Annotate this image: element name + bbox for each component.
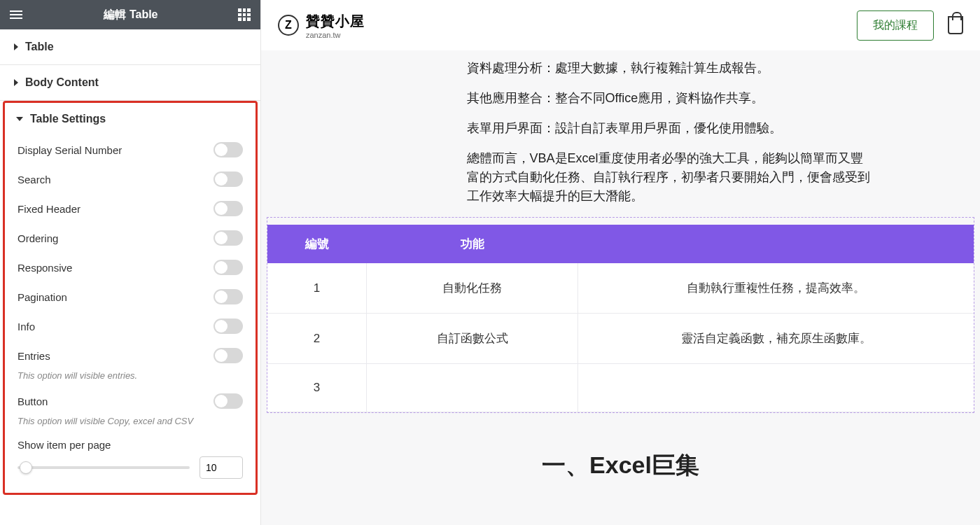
table-settings-panel: Table Settings Display Serial Number Sea…	[3, 101, 258, 495]
paragraph: 資料處理分析：處理大數據，執行複雜計算生成報告。	[355, 59, 887, 78]
setting-label: Show item per page	[18, 439, 243, 451]
caret-down-icon	[16, 117, 23, 121]
toggle-info[interactable]	[214, 318, 243, 334]
setting-label: Info	[18, 321, 35, 332]
table-widget[interactable]: 編號 功能 1 自動化任務 自動執行重複性任務，提高效率。 2 自訂函數公式 靈…	[267, 217, 974, 413]
setting-fixed-header: Fixed Header	[5, 194, 255, 223]
setting-button: Button	[5, 386, 255, 416]
toggle-pagination[interactable]	[214, 289, 243, 304]
toggle-search[interactable]	[214, 172, 243, 187]
cell-func: 自動化任務	[366, 263, 578, 314]
section-label: Table Settings	[30, 113, 106, 125]
setting-label: Button	[18, 396, 48, 407]
entries-help-text: This option will visible entries.	[5, 370, 255, 386]
brand-title: 贊贊小屋	[306, 12, 365, 31]
setting-label: Entries	[18, 350, 50, 362]
brand-logo-icon: Z	[278, 15, 299, 36]
table-row: 2 自訂函數公式 靈活自定義函數，補充原生函數庫。	[267, 314, 974, 364]
setting-label: Pagination	[18, 291, 67, 303]
setting-entries: Entries	[5, 341, 255, 370]
cell-desc: 自動執行重複性任務，提高效率。	[578, 263, 974, 314]
table-header-no: 編號	[267, 225, 366, 263]
per-page-slider[interactable]	[18, 466, 190, 469]
setting-label: Search	[18, 174, 51, 186]
table-header-func: 功能	[366, 225, 578, 263]
shopping-bag-icon[interactable]	[948, 16, 963, 34]
table-row: 1 自動化任務 自動執行重複性任務，提高效率。	[267, 263, 974, 314]
editor-sidebar: 編輯 Table Table Body Content Table Settin…	[0, 0, 261, 525]
cell-no: 2	[267, 314, 366, 364]
section-heading: 一、Excel巨集	[261, 449, 980, 482]
menu-icon[interactable]	[10, 8, 24, 22]
cell-desc	[578, 364, 974, 412]
setting-search: Search	[5, 164, 255, 194]
setting-info: Info	[5, 312, 255, 341]
cell-no: 1	[267, 263, 366, 314]
section-table[interactable]: Table	[0, 29, 260, 65]
article-body: 資料處理分析：處理大數據，執行複雜計算生成報告。 其他應用整合：整合不同Offi…	[261, 50, 980, 482]
per-page-input[interactable]	[200, 456, 243, 479]
section-table-settings[interactable]: Table Settings	[5, 103, 255, 135]
setting-label: Display Serial Number	[18, 144, 122, 156]
cell-func	[366, 364, 578, 412]
setting-display-serial: Display Serial Number	[5, 135, 255, 164]
setting-ordering: Ordering	[5, 223, 255, 253]
toggle-fixed-header[interactable]	[214, 201, 243, 216]
sidebar-title: 編輯 Table	[104, 8, 158, 22]
toggle-button[interactable]	[214, 393, 243, 409]
brand[interactable]: Z 贊贊小屋 zanzan.tw	[278, 12, 365, 39]
paragraph: 總體而言，VBA是Excel重度使用者必學的強大工具，能夠以簡單而又豐富的方式自…	[355, 149, 887, 206]
sidebar-header: 編輯 Table	[0, 0, 260, 29]
toggle-display-serial[interactable]	[214, 142, 243, 158]
cell-desc: 靈活自定義函數，補充原生函數庫。	[578, 314, 974, 364]
caret-right-icon	[14, 79, 18, 86]
toggle-responsive[interactable]	[214, 260, 243, 275]
preview-content: Z 贊贊小屋 zanzan.tw 我的課程 資料處理分析：處理大數據，執行複雜計…	[261, 0, 980, 525]
cell-func: 自訂函數公式	[366, 314, 578, 364]
slider-thumb[interactable]	[20, 461, 32, 474]
table-row: 3	[267, 364, 974, 412]
paragraph: 其他應用整合：整合不同Office應用，資料協作共享。	[355, 89, 887, 108]
setting-responsive: Responsive	[5, 253, 255, 282]
section-body-content[interactable]: Body Content	[0, 65, 260, 101]
caret-right-icon	[14, 43, 18, 50]
brand-subtitle: zanzan.tw	[306, 31, 365, 39]
toggle-entries[interactable]	[214, 348, 243, 363]
setting-pagination: Pagination	[5, 282, 255, 312]
my-courses-button[interactable]: 我的課程	[857, 10, 934, 41]
button-help-text: This option will visible Copy, excel and…	[5, 416, 255, 432]
paragraph: 表單用戶界面：設計自訂表單用戶界面，優化使用體驗。	[355, 119, 887, 138]
toggle-ordering[interactable]	[214, 230, 243, 246]
setting-label: Responsive	[18, 262, 72, 274]
grid-icon[interactable]	[238, 8, 251, 21]
table-header-desc	[578, 225, 974, 263]
site-topbar: Z 贊贊小屋 zanzan.tw 我的課程	[261, 0, 980, 50]
setting-label: Ordering	[18, 232, 58, 244]
cell-no: 3	[267, 364, 366, 412]
data-table: 編號 功能 1 自動化任務 自動執行重複性任務，提高效率。 2 自訂函數公式 靈…	[267, 225, 974, 412]
section-label: Body Content	[25, 76, 99, 89]
setting-show-per-page: Show item per page	[5, 432, 255, 486]
section-label: Table	[25, 41, 54, 53]
setting-label: Fixed Header	[18, 203, 80, 215]
